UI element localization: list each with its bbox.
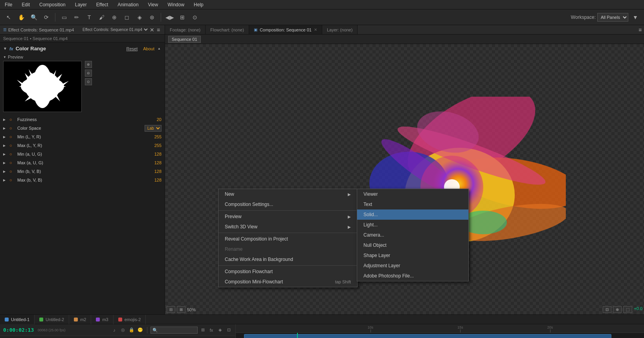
ctx-reveal[interactable]: Reveal Composition in Project [218,234,357,244]
ctx-preview[interactable]: Preview ▶ [218,211,357,222]
submenu-camera[interactable]: Camera... [357,230,468,240]
panel-tab-select[interactable]: Effect Controls: Sequence 01.mp4 [81,27,149,32]
reset-button[interactable]: Reset [127,46,138,51]
submenu-photoshop[interactable]: Adobe Photoshop File... [357,271,468,281]
param-triangle[interactable]: ▶ [3,135,8,139]
ctx-switch3d[interactable]: Switch 3D View ▶ [218,222,357,232]
tool-orbit[interactable]: ⟳ [41,12,52,23]
tl-clip-1[interactable] [244,334,611,338]
menu-animation[interactable]: Animation [116,1,140,8]
preview-triangle[interactable]: ▼ [3,55,6,59]
colorspace-select[interactable]: Lab [145,125,161,132]
about-button[interactable]: About [143,46,154,51]
viewer-btn3[interactable]: ⬚ [623,306,632,313]
tool-text[interactable]: T [84,12,95,23]
tool-arrow[interactable]: ↖ [3,12,14,23]
tab-comp-close[interactable]: ✕ [314,28,317,32]
viewer-btn2[interactable]: ⊕ [613,306,622,313]
collapse-triangle[interactable]: ▼ [3,46,7,51]
tool-roto[interactable]: ◈ [134,12,145,23]
tl-tab-emojis[interactable]: emojis-2 [114,315,146,324]
tool-eraser[interactable]: ◻ [121,12,132,23]
submenu-viewer[interactable]: Viewer [357,189,468,199]
tl-icon-collapse[interactable]: ⊞ [199,327,206,334]
breadcrumb-seq-button[interactable]: Sequence 01 [168,36,201,43]
menu-file[interactable]: File [3,1,14,8]
tl-search-input[interactable] [150,327,198,334]
tool-puppet[interactable]: ⊛ [147,12,158,23]
param-value[interactable]: 20 [146,117,161,122]
param-colorspace: ▶ ○ Color Space Lab [0,124,165,132]
param-value[interactable]: 128 [146,160,161,165]
param-triangle[interactable]: ▶ [3,118,8,121]
param-triangle[interactable]: ▶ [3,161,8,165]
tl-tab-m3[interactable]: m3 [91,315,113,324]
tl-track-area [236,333,644,338]
submenu-adjustment[interactable]: Adjustment Layer [357,261,468,271]
tl-icon-render[interactable]: ⊡ [225,327,232,334]
param-triangle[interactable]: ▶ [3,178,8,182]
tool-hand[interactable]: ✋ [16,12,27,23]
param-value[interactable]: 128 [146,169,161,174]
tool-brush[interactable]: 🖌 [96,12,107,23]
menu-composition[interactable]: Composition [38,1,67,8]
tl-icon-fx[interactable]: fx [208,327,215,334]
param-triangle[interactable]: ▶ [3,152,8,156]
view-grid-btn[interactable]: ⊞ [177,306,185,313]
tl-icon-solo[interactable]: ◎ [119,327,127,334]
panel-menu[interactable]: ≡ [155,27,161,33]
tool-stamp[interactable]: ⊕ [109,12,120,23]
param-triangle[interactable]: ▶ [3,170,8,173]
tl-tab-untitled1[interactable]: Untitled-1 [0,315,35,324]
panel-menu-btn[interactable]: ≡ [636,25,644,35]
tool-rectangle[interactable]: ▭ [59,12,70,23]
tab-flowchart[interactable]: Flowchart: (none) [205,25,249,35]
workspace-select[interactable]: All Panels [597,13,628,22]
preview-eyedropper3[interactable]: ⊙ [85,78,92,85]
menu-window[interactable]: Window [166,1,186,8]
tool-pen[interactable]: ✏ [71,12,82,23]
ctx-cache[interactable]: Cache Work Area in Background [218,254,357,265]
tool-zoom[interactable]: 🔍 [28,12,39,23]
panel-scroll[interactable]: ▲ [157,46,161,51]
menu-effect[interactable]: Effect [95,1,110,8]
tl-icon-shy[interactable]: 😶 [137,327,144,334]
workspace-menu[interactable]: ▼ [630,12,641,23]
param-triangle[interactable]: ▶ [3,127,8,130]
tab-composition[interactable]: ▣ Composition: Sequence 01 ✕ [249,25,322,35]
tool-extra2[interactable]: ⊞ [177,12,188,23]
menu-view[interactable]: View [147,1,160,8]
preview-eyedropper2[interactable]: ⊖ [85,70,92,77]
menu-layer[interactable]: Layer [73,1,88,8]
tl-icon-lock[interactable]: 🔒 [128,327,135,334]
param-triangle[interactable]: ▶ [3,144,8,147]
param-value[interactable]: 255 [146,143,161,148]
tab-layer[interactable]: Layer: (none) [322,25,358,35]
param-value[interactable]: 255 [146,134,161,139]
tool-extra1[interactable]: ◀▶ [164,12,175,23]
view-safe-btn[interactable]: ⊟ [167,306,175,313]
panel-close[interactable]: ✕ [149,27,155,33]
menu-edit[interactable]: Edit [20,1,31,8]
tl-tab-untitled2[interactable]: Untitled-2 [35,315,69,324]
ctx-flowchart[interactable]: Composition Flowchart [218,266,357,277]
tl-tab-m2[interactable]: m2 [69,315,91,324]
submenu-text[interactable]: Text [357,199,468,209]
param-value[interactable]: 128 [146,152,161,156]
submenu-solid[interactable]: Solid... [357,209,468,220]
tab-footage[interactable]: Footage: (none) [165,25,205,35]
submenu-shape[interactable]: Shape Layer [357,250,468,261]
ctx-mini-flowchart[interactable]: Composition Mini-Flowchart tap Shift [218,277,357,287]
tl-playhead[interactable] [297,333,298,338]
menu-help[interactable]: Help [192,1,205,8]
tl-icon-motion[interactable]: ◈ [217,327,224,334]
submenu-null[interactable]: Null Object [357,240,468,250]
preview-eyedropper1[interactable]: ⊕ [85,61,92,68]
ctx-new[interactable]: New ▶ [218,189,357,199]
viewer-btn1[interactable]: ⊡ [603,306,611,313]
tool-extra3[interactable]: ⊙ [189,12,200,23]
tl-icon-audio[interactable]: ♪ [111,327,118,334]
submenu-light[interactable]: Light... [357,220,468,230]
param-value[interactable]: 128 [146,178,161,182]
ctx-comp-settings[interactable]: Composition Settings... [218,199,357,209]
